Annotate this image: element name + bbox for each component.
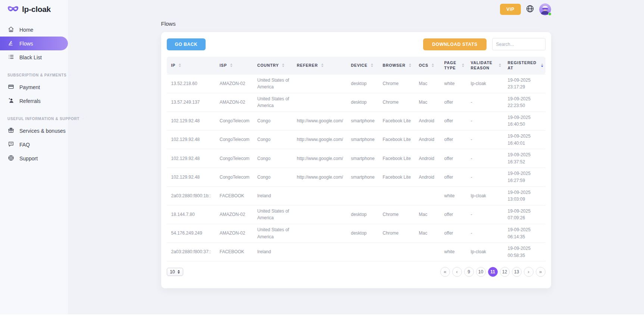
sidebar-item-label: Black List [19, 54, 42, 60]
table-cell: Mac [415, 205, 440, 224]
table-cell: United States of America [253, 93, 293, 112]
column-header-device[interactable]: DEVICE [347, 57, 378, 74]
column-header-ocs[interactable]: OCS [415, 57, 440, 74]
table-cell: Chrome [378, 74, 415, 93]
table-cell: - [466, 112, 503, 130]
svg-text:?!: ?! [10, 142, 12, 145]
table-cell [293, 93, 347, 112]
table-cell: smartphone [347, 131, 378, 149]
pagination-prev[interactable]: ‹ [452, 267, 462, 277]
payment-icon [8, 84, 14, 91]
table-cell: 19-09-2025 22:23:50 [503, 93, 545, 112]
table-cell: 19-09-2025 00:58:35 [503, 243, 545, 261]
pagination-next[interactable]: › [524, 267, 534, 277]
sidebar: lp-cloak HomeFlowsBlack ListSubscription… [0, 0, 68, 317]
table-cell: Facebook Lite [378, 168, 415, 186]
table-cell: AMAZON-02 [215, 224, 253, 243]
column-header-browser[interactable]: BROWSER [378, 57, 415, 74]
sidebar-item-label: FAQ [19, 142, 30, 148]
column-header-validate-reason[interactable]: VALIDATE REASON [466, 57, 503, 74]
sort-icon [321, 63, 323, 67]
table-cell: United States of America [253, 205, 293, 224]
table-cell: - [466, 131, 503, 149]
table-cell [293, 74, 347, 93]
brand-logo[interactable]: lp-cloak [0, 0, 68, 14]
go-back-button[interactable]: GO BACK [167, 38, 206, 50]
table-cell: Chrome [378, 224, 415, 243]
sidebar-item-payment[interactable]: Payment [0, 80, 68, 94]
home-icon [8, 26, 14, 34]
pagination-page-10[interactable]: 10 [476, 267, 486, 277]
table-row: 13.52.218.60AMAZON-02United States of Am… [167, 74, 545, 93]
language-button[interactable] [526, 4, 534, 14]
table-cell: 13.57.249.137 [167, 93, 215, 112]
column-header-page-type[interactable]: PAGE TYPE [440, 57, 466, 74]
table-cell: Facebook Lite [378, 131, 415, 149]
table-cell: white [440, 74, 466, 93]
table-cell: Android [415, 168, 440, 186]
sidebar-item-faq[interactable]: ?!FAQ [0, 138, 68, 151]
online-status-dot [548, 12, 551, 16]
column-header-registered-at[interactable]: REGISTERED AT [503, 57, 545, 74]
sidebar-item-black-list[interactable]: Black List [0, 50, 68, 64]
table-cell [347, 186, 378, 205]
table-cell: offer [440, 149, 466, 168]
flows-card: GO BACK DOWNLOAD STATS IPISPCOUNTRYREFER… [161, 32, 551, 288]
sidebar-item-flows[interactable]: Flows [0, 37, 68, 50]
vip-button[interactable]: VIP [500, 4, 520, 15]
table-cell: 19-09-2025 16:40:01 [503, 131, 545, 149]
sidebar-item-referrals[interactable]: Referrals [0, 94, 68, 108]
avatar[interactable] [539, 3, 551, 15]
sidebar-item-label: Home [19, 27, 33, 33]
table-cell: CongoTelecom [215, 168, 253, 186]
search-input[interactable] [492, 38, 545, 50]
table-cell: http://www.google.com/ [293, 149, 347, 168]
gift-icon [8, 127, 14, 135]
pagination-first[interactable]: « [440, 267, 450, 277]
table-cell: http://www.google.com/ [293, 131, 347, 149]
brand-name: lp-cloak [22, 5, 51, 14]
table-cell: Android [415, 149, 440, 168]
column-header-ip[interactable]: IP [167, 57, 215, 74]
table-cell: desktop [347, 93, 378, 112]
table-cell: offer [440, 131, 466, 149]
table-cell: http://www.google.com/ [293, 168, 347, 186]
pagination-page-13[interactable]: 13 [512, 267, 522, 277]
sidebar-item-label: Flows [19, 41, 33, 47]
pagination-page-12[interactable]: 12 [500, 267, 510, 277]
sidebar-item-home[interactable]: Home [0, 23, 68, 37]
sidebar-item-support[interactable]: Support [0, 151, 68, 165]
table-cell: Ireland [253, 243, 293, 261]
sidebar-item-label: Support [19, 156, 38, 161]
download-stats-button[interactable]: DOWNLOAD STATS [423, 38, 486, 50]
table-cell: United States of America [253, 74, 293, 93]
pagination-last[interactable]: » [536, 267, 545, 277]
sidebar-item-label: Payment [19, 84, 40, 90]
sidebar-section-label: Subscription & payments [7, 73, 68, 77]
table-cell: United States of America [253, 224, 293, 243]
sidebar-item-services-bonuses[interactable]: Services & bonuses [0, 124, 68, 138]
table-cell: Chrome [378, 205, 415, 224]
table-cell [347, 243, 378, 261]
sidebar-item-label: Referrals [19, 98, 41, 104]
stepper-icon [178, 270, 180, 274]
card-footer: 10 «‹910111213›» [167, 267, 545, 277]
column-header-referer[interactable]: REFERER [293, 57, 347, 74]
table-cell: Mac [415, 93, 440, 112]
table-cell: 102.129.92.48 [167, 131, 215, 149]
table-cell: - [466, 205, 503, 224]
page-size-select[interactable]: 10 [167, 268, 183, 276]
table-cell: 19-09-2025 13:03:09 [503, 186, 545, 205]
table-cell: Congo [253, 168, 293, 186]
pagination-page-11[interactable]: 11 [488, 267, 498, 277]
table-cell: offer [440, 224, 466, 243]
pagination-page-9[interactable]: 9 [464, 267, 474, 277]
topbar: VIP [161, 0, 551, 16]
table-row: 102.129.92.48CongoTelecomCongohttp://www… [167, 131, 545, 149]
column-header-country[interactable]: COUNTRY [253, 57, 293, 74]
table-row: 102.129.92.48CongoTelecomCongohttp://www… [167, 112, 545, 130]
column-header-isp[interactable]: ISP [215, 57, 253, 74]
table-cell: smartphone [347, 112, 378, 130]
support-icon [8, 155, 14, 162]
table-cell: 13.52.218.60 [167, 74, 215, 93]
